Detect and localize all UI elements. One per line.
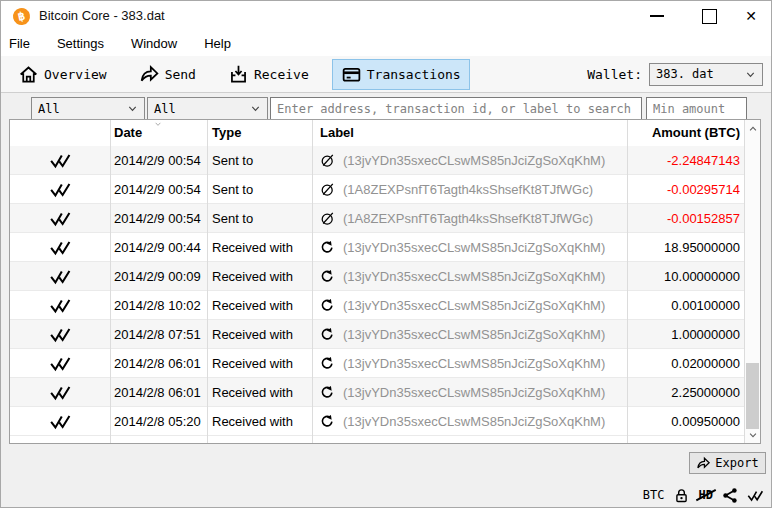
- tx-address: (1A8ZEXPsnfT6Tagth4ksShsefKt8TJfWGc): [343, 211, 593, 226]
- tx-date: 2014/2/8 07:51: [110, 327, 207, 342]
- toolbar-divider: [1, 92, 771, 93]
- minimize-icon: [650, 15, 664, 17]
- table-row[interactable]: 2014/2/9 00:44 Received with (13jvYDn35s…: [10, 233, 745, 262]
- chevron-down-icon: [127, 103, 138, 114]
- bitcoin-logo-icon: ฿: [11, 6, 31, 26]
- tx-address: (13jvYDn35sxecCLswMS85nJciZgSoXqKhM): [343, 240, 605, 255]
- table-row[interactable]: 2014/2/9 00:54 Sent to (13jvYDn35sxecCLs…: [10, 146, 745, 175]
- tx-type: Received with: [207, 385, 312, 400]
- table-row[interactable]: 2014/2/9 00:54 Sent to (1A8ZEXPsnfT6Tagt…: [10, 175, 745, 204]
- unit-display: BTC: [643, 488, 665, 502]
- date-filter-value: All: [38, 102, 60, 116]
- tx-date: 2014/2/9 00:54: [110, 153, 207, 168]
- confirmed-icon: [49, 152, 72, 169]
- maximize-button[interactable]: [693, 1, 725, 31]
- wallet-selected-value: 383. dat: [656, 67, 714, 81]
- received-label-icon: [320, 240, 335, 255]
- table-row[interactable]: 2014/2/8 06:01 Received with (13jvYDn35s…: [10, 378, 745, 407]
- tx-amount: -0.00152857: [627, 211, 745, 226]
- chevron-down-icon: [748, 430, 758, 440]
- tx-date: 2014/2/8 10:02: [110, 298, 207, 313]
- sent-label-icon: [320, 153, 335, 168]
- minimize-button[interactable]: [641, 1, 673, 31]
- date-filter-dropdown[interactable]: All: [31, 97, 145, 120]
- vertical-scrollbar[interactable]: [744, 120, 760, 443]
- table-body: 2014/2/9 00:54 Sent to (13jvYDn35sxecCLs…: [10, 146, 745, 436]
- tx-amount: 2.25000000: [627, 385, 745, 400]
- tx-type: Received with: [207, 269, 312, 284]
- menu-settings[interactable]: Settings: [57, 36, 104, 51]
- tx-amount: 0.00950000: [627, 414, 745, 429]
- sent-label-icon: [320, 182, 335, 197]
- table-row[interactable]: 2014/2/9 00:09 Received with (13jvYDn35s…: [10, 262, 745, 291]
- menu-window[interactable]: Window: [131, 36, 177, 51]
- title-bar: ฿ Bitcoin Core - 383.dat ✕: [1, 1, 771, 31]
- window-title: Bitcoin Core - 383.dat: [39, 1, 165, 31]
- tx-date: 2014/2/9 00:54: [110, 182, 207, 197]
- table-row[interactable]: 2014/2/8 05:20 Received with (13jvYDn35s…: [10, 407, 745, 436]
- tx-date: 2014/2/8 05:20: [110, 414, 207, 429]
- receive-icon: [228, 64, 249, 85]
- type-filter-dropdown[interactable]: All: [147, 97, 268, 120]
- tab-transactions[interactable]: Transactions: [332, 59, 470, 90]
- hd-disabled-icon: HD: [698, 488, 714, 502]
- export-button[interactable]: Export: [689, 452, 766, 474]
- column-header-date[interactable]: Date: [114, 125, 142, 140]
- confirmed-icon: [49, 181, 72, 198]
- confirmed-icon: [49, 268, 72, 285]
- confirmed-icon: [49, 326, 72, 343]
- column-header-type[interactable]: Type: [212, 125, 241, 140]
- tx-type: Sent to: [207, 182, 312, 197]
- received-label-icon: [320, 356, 335, 371]
- scrollbar-thumb[interactable]: [746, 363, 759, 429]
- min-amount-input[interactable]: [646, 97, 747, 120]
- close-button[interactable]: ✕: [735, 1, 767, 31]
- confirmed-icon: [49, 210, 72, 227]
- tab-transactions-label: Transactions: [367, 67, 461, 82]
- search-input[interactable]: [270, 97, 642, 120]
- scroll-down-button[interactable]: [745, 426, 760, 443]
- received-label-icon: [320, 327, 335, 342]
- tx-address: (13jvYDn35sxecCLswMS85nJciZgSoXqKhM): [343, 385, 605, 400]
- menu-file[interactable]: File: [9, 36, 30, 51]
- column-header-label[interactable]: Label: [320, 125, 354, 140]
- tx-date: 2014/2/8 06:01: [110, 356, 207, 371]
- received-label-icon: [320, 385, 335, 400]
- wallet-label: Wallet:: [587, 67, 642, 82]
- chevron-down-icon: [250, 103, 261, 114]
- column-header-amount[interactable]: Amount (BTC): [652, 125, 740, 140]
- tx-type: Sent to: [207, 211, 312, 226]
- tx-date: 2014/2/9 00:09: [110, 269, 207, 284]
- table-row[interactable]: 2014/2/8 10:02 Received with (13jvYDn35s…: [10, 291, 745, 320]
- table-row[interactable]: 2014/2/9 00:54 Sent to (1A8ZEXPsnfT6Tagt…: [10, 204, 745, 233]
- export-arrow-icon: [696, 456, 711, 471]
- type-filter-value: All: [154, 102, 176, 116]
- tx-type: Received with: [207, 327, 312, 342]
- table-row[interactable]: 2014/2/8 06:01 Received with (13jvYDn35s…: [10, 349, 745, 378]
- received-label-icon: [320, 298, 335, 313]
- sort-indicator-icon: [152, 120, 164, 128]
- peers-icon: [722, 487, 739, 504]
- table-row[interactable]: 2014/2/8 07:51 Received with (13jvYDn35s…: [10, 320, 745, 349]
- bitcoin-core-window: ฿ Bitcoin Core - 383.dat ✕ File Settings…: [0, 0, 772, 508]
- tx-type: Received with: [207, 356, 312, 371]
- menu-help[interactable]: Help: [204, 36, 231, 51]
- tx-amount: 10.00000000: [627, 269, 745, 284]
- sent-label-icon: [320, 211, 335, 226]
- tx-date: 2014/2/9 00:44: [110, 240, 207, 255]
- confirmed-icon: [49, 239, 72, 256]
- received-label-icon: [320, 414, 335, 429]
- tx-amount: 0.00100000: [627, 298, 745, 313]
- wallet-select[interactable]: 383. dat: [649, 63, 763, 86]
- send-icon: [139, 64, 160, 85]
- transactions-icon: [341, 64, 362, 85]
- tab-receive[interactable]: Receive: [219, 59, 318, 90]
- chevron-down-icon: [745, 69, 756, 80]
- tab-send[interactable]: Send: [130, 59, 205, 90]
- scroll-up-button[interactable]: [745, 120, 760, 137]
- tab-overview[interactable]: Overview: [9, 59, 116, 90]
- confirmed-icon: [49, 384, 72, 401]
- tx-address: (1A8ZEXPsnfT6Tagth4ksShsefKt8TJfWGc): [343, 182, 593, 197]
- tx-date: 2014/2/9 00:54: [110, 211, 207, 226]
- tx-amount: 1.00000000: [627, 327, 745, 342]
